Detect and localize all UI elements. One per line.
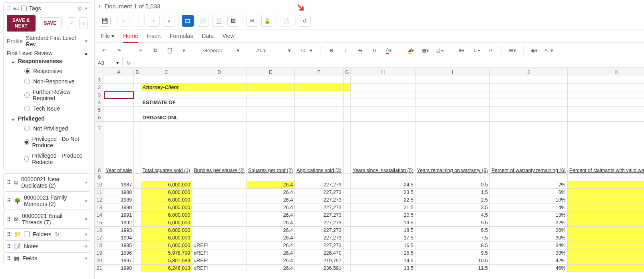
- cell-K3[interactable]: [567, 91, 644, 99]
- prev-page-button[interactable]: ‹: [133, 15, 145, 27]
- cell-J5[interactable]: [490, 107, 568, 114]
- row-8[interactable]: 8: [95, 135, 104, 174]
- cell-B8[interactable]: [134, 135, 141, 174]
- cell-E4[interactable]: [246, 99, 295, 107]
- cell-H18[interactable]: 16.5: [351, 242, 415, 249]
- cell-E17[interactable]: 26.4: [246, 234, 295, 242]
- cell-A1[interactable]: [104, 76, 134, 84]
- chevron-down-icon[interactable]: ▾: [85, 255, 87, 261]
- next-page-button[interactable]: ›: [148, 15, 160, 27]
- cell-K4[interactable]: [567, 99, 644, 107]
- accordion-fields[interactable]: ⠿▦Fields▾: [3, 252, 91, 264]
- cut-button[interactable]: ✂: [136, 45, 146, 55]
- bold-button[interactable]: B: [326, 45, 337, 55]
- cell-A15[interactable]: 1992: [104, 219, 134, 227]
- row-19[interactable]: 19: [95, 249, 104, 257]
- cell-reference[interactable]: A3▾: [95, 58, 123, 67]
- cell-G6[interactable]: [343, 114, 351, 122]
- align-button[interactable]: ≡▾: [457, 45, 467, 55]
- cell-G3[interactable]: [343, 91, 351, 99]
- blank-doc-button[interactable]: 📄: [280, 15, 292, 27]
- cell-K15[interactable]: 20%: [567, 219, 644, 227]
- cell-A3[interactable]: [104, 91, 134, 99]
- cell-D10[interactable]: [192, 181, 246, 189]
- cell-I20[interactable]: 10.5: [415, 257, 489, 265]
- cell-J9[interactable]: [490, 174, 568, 181]
- font-select[interactable]: Arial▾: [254, 47, 293, 53]
- cell-F16[interactable]: 227,273: [295, 227, 344, 234]
- tab-data[interactable]: Data: [202, 33, 214, 39]
- cell-C18[interactable]: 6,000,000: [141, 242, 192, 249]
- cell-K21[interactable]: 55%: [567, 265, 644, 272]
- collapse-icon[interactable]: ▴: [85, 50, 87, 56]
- accordion-threads[interactable]: ⠿✉00000021 Email Threads (7)▾: [3, 210, 91, 228]
- row-7[interactable]: 7: [95, 122, 104, 135]
- cell-H9[interactable]: [351, 174, 415, 181]
- number-format-select[interactable]: General▾: [201, 47, 242, 53]
- paste-button[interactable]: 📋: [165, 45, 175, 55]
- font-color-button[interactable]: A▾: [384, 45, 394, 55]
- cell-C6[interactable]: ORGANIC ONL: [141, 114, 192, 122]
- cell-A16[interactable]: 1993: [104, 227, 134, 234]
- valign-button[interactable]: ⭳▾: [471, 45, 481, 55]
- tags-checkbox[interactable]: [21, 6, 27, 11]
- cell-F9[interactable]: [295, 174, 344, 181]
- cell-H8[interactable]: Years since insatallation (5): [351, 135, 415, 174]
- cell-E9[interactable]: [246, 174, 295, 181]
- wrap-button[interactable]: ⤶: [485, 45, 496, 55]
- cell-K14[interactable]: 10%: [567, 212, 644, 219]
- cell-G11[interactable]: [343, 189, 351, 196]
- cell-G19[interactable]: [343, 249, 351, 257]
- cell-B20[interactable]: [134, 257, 141, 265]
- col-K[interactable]: K: [567, 68, 644, 76]
- cell-G20[interactable]: [343, 257, 351, 265]
- cell-K18[interactable]: 40%: [567, 242, 644, 249]
- unlock-button[interactable]: 🔓: [261, 15, 273, 27]
- cell-K8[interactable]: Percent of claimants with valid warranty…: [567, 135, 644, 174]
- cell-C20[interactable]: 5,801,589: [141, 257, 192, 265]
- cell-C3[interactable]: [141, 91, 192, 99]
- row-13[interactable]: 13: [95, 204, 104, 212]
- cell-F21[interactable]: 236,591: [295, 265, 344, 272]
- cell-F20[interactable]: 219,757: [295, 257, 344, 265]
- cell-E21[interactable]: 26.4: [246, 265, 295, 272]
- cell-F19[interactable]: 226,470: [295, 249, 344, 257]
- cell-A13[interactable]: 1990: [104, 204, 134, 212]
- cell-G5[interactable]: [343, 107, 351, 114]
- radio-responsive[interactable]: Responsive: [7, 66, 87, 76]
- accordion-near-dup[interactable]: ⠿⧉00000021 Near Duplicates (2)▾: [3, 173, 91, 192]
- cell-H1[interactable]: [351, 76, 415, 84]
- cell-E18[interactable]: 26.4: [246, 242, 295, 249]
- row-10[interactable]: 10: [95, 181, 104, 189]
- email-view-button[interactable]: ✉: [246, 15, 258, 27]
- cell-E12[interactable]: 26.4: [246, 196, 295, 204]
- cell-J19[interactable]: 38%: [490, 249, 568, 257]
- cell-H20[interactable]: 14.5: [351, 257, 415, 265]
- col-H[interactable]: H: [351, 68, 415, 76]
- copy-button[interactable]: ⧉: [150, 45, 161, 55]
- cell-C10[interactable]: 6,000,000: [141, 181, 192, 189]
- cell-A17[interactable]: 1994: [104, 234, 134, 242]
- cell-H10[interactable]: 24.5: [351, 181, 415, 189]
- cell-G9[interactable]: [343, 174, 351, 181]
- redo-slash-button[interactable]: ⊘: [80, 17, 87, 29]
- cell-C1[interactable]: [141, 76, 192, 84]
- formula-input[interactable]: [135, 58, 644, 67]
- cell-A18[interactable]: 1995: [104, 242, 134, 249]
- cell-G18[interactable]: [343, 242, 351, 249]
- cell-J11[interactable]: 6%: [490, 189, 568, 196]
- cell-B6[interactable]: [134, 114, 141, 122]
- drag-handle-icon[interactable]: ⠿: [7, 231, 11, 237]
- cell-G10[interactable]: [343, 181, 351, 189]
- profile-select[interactable]: Standard First Level Rev...: [26, 35, 81, 47]
- cell-H14[interactable]: 20.5: [351, 212, 415, 219]
- cell-D21[interactable]: #REF!: [192, 265, 246, 272]
- radio-tech-issue[interactable]: Tech Issue: [7, 103, 87, 114]
- cell-E10[interactable]: 26.4: [246, 181, 295, 189]
- cell-B16[interactable]: [134, 227, 141, 234]
- row-15[interactable]: 15: [95, 219, 104, 227]
- cell-style-button[interactable]: ◆▾: [529, 45, 540, 55]
- cell-H3[interactable]: [351, 91, 415, 99]
- cell-G16[interactable]: [343, 227, 351, 234]
- borders-button[interactable]: ▦▾: [420, 45, 431, 55]
